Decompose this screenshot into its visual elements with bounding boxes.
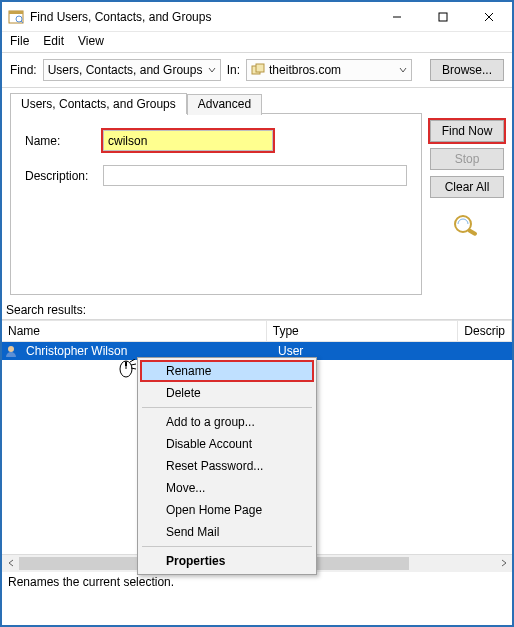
description-input[interactable] [103, 165, 407, 186]
menu-item-move-label: Move... [166, 481, 205, 495]
find-combo-value: Users, Contacts, and Groups [48, 63, 204, 77]
menu-item-send-mail[interactable]: Send Mail [140, 521, 314, 543]
in-combo-value: theitbros.com [269, 63, 395, 77]
svg-rect-5 [439, 13, 447, 21]
column-type-label: Type [273, 324, 299, 338]
menu-item-reset-password-label: Reset Password... [166, 459, 263, 473]
svg-rect-1 [9, 11, 23, 14]
menu-item-move[interactable]: Move... [140, 477, 314, 499]
description-label: Description: [25, 169, 103, 183]
svg-line-16 [130, 359, 135, 362]
browse-button[interactable]: Browse... [430, 59, 504, 81]
tab-users[interactable]: Users, Contacts, and Groups [10, 93, 187, 114]
browse-button-label: Browse... [442, 63, 492, 77]
clear-all-label: Clear All [445, 180, 490, 194]
scroll-left-arrow[interactable] [2, 555, 19, 572]
titlebar: Find Users, Contacts, and Groups [2, 2, 512, 32]
menu-item-properties[interactable]: Properties [140, 550, 314, 572]
search-icon [451, 212, 483, 236]
menubar: File Edit View [2, 32, 512, 52]
menu-edit[interactable]: Edit [43, 34, 64, 48]
tabstrip: Users, Contacts, and Groups Advanced [10, 92, 422, 113]
svg-rect-15 [125, 362, 127, 366]
app-icon [8, 9, 24, 25]
menu-item-delete[interactable]: Delete [140, 382, 314, 404]
mouse-cursor-icon [117, 359, 137, 384]
user-icon [4, 344, 18, 358]
tab-body: Name: Description: [10, 113, 422, 295]
name-label: Name: [25, 134, 103, 148]
column-headers: Name Type Descrip [2, 320, 512, 342]
name-input[interactable] [103, 130, 273, 151]
close-button[interactable] [466, 2, 512, 32]
side-buttons: Find Now Stop Clear All [430, 92, 504, 295]
find-combo[interactable]: Users, Contacts, and Groups [43, 59, 221, 81]
menu-item-add-to-group-label: Add to a group... [166, 415, 255, 429]
tab-advanced-label: Advanced [198, 97, 251, 111]
column-type[interactable]: Type [267, 321, 459, 341]
menu-view[interactable]: View [78, 34, 104, 48]
menu-item-disable-account[interactable]: Disable Account [140, 433, 314, 455]
search-results-label: Search results: [2, 301, 512, 319]
chevron-down-icon [399, 63, 407, 77]
statusbar-text: Renames the current selection. [8, 575, 174, 589]
column-name[interactable]: Name [2, 321, 267, 341]
svg-line-17 [131, 364, 136, 365]
menu-item-reset-password[interactable]: Reset Password... [140, 455, 314, 477]
domain-icon [251, 63, 265, 77]
svg-rect-11 [467, 228, 478, 236]
menu-item-send-mail-label: Send Mail [166, 525, 219, 539]
menu-separator [142, 546, 312, 547]
tab-users-label: Users, Contacts, and Groups [21, 97, 176, 111]
toolbar: Find: Users, Contacts, and Groups In: th… [2, 52, 512, 88]
menu-item-rename[interactable]: Rename [140, 360, 314, 382]
menu-item-properties-label: Properties [166, 554, 225, 568]
in-combo[interactable]: theitbros.com [246, 59, 412, 81]
menu-item-rename-label: Rename [166, 364, 211, 378]
find-now-label: Find Now [442, 124, 493, 138]
menu-item-open-home-page[interactable]: Open Home Page [140, 499, 314, 521]
chevron-down-icon [208, 63, 216, 77]
stop-label: Stop [455, 152, 480, 166]
context-menu: Rename Delete Add to a group... Disable … [137, 357, 317, 575]
clear-all-button[interactable]: Clear All [430, 176, 504, 198]
tab-panel: Users, Contacts, and Groups Advanced Nam… [10, 92, 422, 295]
svg-point-12 [8, 346, 14, 352]
menu-item-delete-label: Delete [166, 386, 201, 400]
cell-type: User [272, 344, 468, 358]
menu-file[interactable]: File [10, 34, 29, 48]
menu-item-disable-label: Disable Account [166, 437, 252, 451]
main-area: Users, Contacts, and Groups Advanced Nam… [2, 88, 512, 301]
svg-rect-9 [256, 64, 264, 72]
column-description-label: Descrip [464, 324, 505, 338]
cell-name: Christopher Wilson [20, 344, 272, 358]
find-label: Find: [10, 63, 37, 77]
maximize-button[interactable] [420, 2, 466, 32]
window-title: Find Users, Contacts, and Groups [30, 10, 374, 24]
scroll-right-arrow[interactable] [495, 555, 512, 572]
find-now-button[interactable]: Find Now [430, 120, 504, 142]
menu-separator [142, 407, 312, 408]
tab-advanced[interactable]: Advanced [187, 94, 262, 115]
in-label: In: [227, 63, 240, 77]
minimize-button[interactable] [374, 2, 420, 32]
stop-button[interactable]: Stop [430, 148, 504, 170]
column-name-label: Name [8, 324, 40, 338]
menu-item-open-home-label: Open Home Page [166, 503, 262, 517]
column-description[interactable]: Descrip [458, 321, 512, 341]
menu-item-add-to-group[interactable]: Add to a group... [140, 411, 314, 433]
